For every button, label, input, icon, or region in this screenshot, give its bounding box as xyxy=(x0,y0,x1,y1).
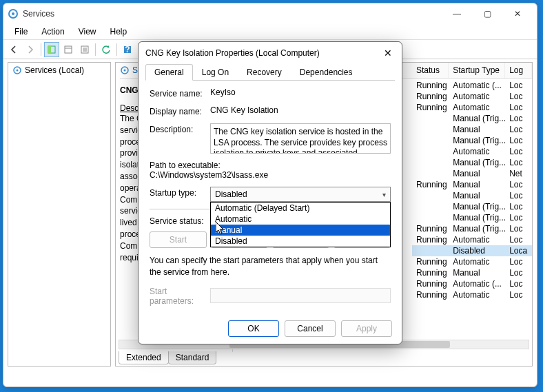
cell-logon: Loc xyxy=(505,102,532,113)
cell-logon: Loc xyxy=(505,80,532,91)
startup-option[interactable]: Automatic (Delayed Start) xyxy=(211,203,390,214)
menu-view[interactable]: View xyxy=(73,25,102,38)
startup-type-label: Startup type: xyxy=(150,187,210,198)
cell-startup: Manual (Trig... xyxy=(449,157,505,168)
cell-logon: Loc xyxy=(505,157,532,168)
cell-status xyxy=(412,245,449,256)
export-button[interactable] xyxy=(77,42,92,57)
refresh-button[interactable] xyxy=(99,42,114,57)
cell-logon: Loc xyxy=(505,91,532,102)
services-icon xyxy=(8,8,19,19)
tab-recovery[interactable]: Recovery xyxy=(238,64,291,81)
description-box[interactable]: The CNG key isolation service is hosted … xyxy=(210,123,391,154)
start-button[interactable]: Start xyxy=(150,231,207,248)
cell-status: Running xyxy=(412,234,449,245)
col-startup[interactable]: Startup Type xyxy=(449,63,505,78)
tree-root-item[interactable]: Services (Local) xyxy=(8,63,110,78)
cell-startup: Manual xyxy=(449,190,505,201)
maximize-button[interactable]: ▢ xyxy=(472,4,502,23)
startup-option[interactable]: Disabled xyxy=(211,236,390,247)
properties-button[interactable] xyxy=(61,42,76,57)
cell-status xyxy=(412,157,449,168)
cell-startup: Automatic xyxy=(449,146,505,157)
startup-option[interactable]: Manual xyxy=(211,225,390,236)
cell-startup: Automatic xyxy=(449,91,505,102)
start-params-label: Start parameters: xyxy=(150,285,210,306)
cell-startup: Manual xyxy=(449,267,505,278)
start-params-input xyxy=(210,288,391,303)
tab-logon[interactable]: Log On xyxy=(193,64,238,81)
menu-action[interactable]: Action xyxy=(36,25,70,38)
startup-option[interactable]: Automatic xyxy=(211,214,390,225)
tab-extended[interactable]: Extended xyxy=(119,351,169,364)
svg-point-19 xyxy=(124,70,126,72)
svg-text:?: ? xyxy=(125,45,130,54)
show-hide-button[interactable] xyxy=(44,42,59,57)
minimize-button[interactable]: — xyxy=(442,4,472,23)
display-name-label: Display name: xyxy=(150,105,210,116)
cell-startup: Manual xyxy=(449,179,505,190)
description-label: Description: xyxy=(150,123,210,134)
cell-status: Running xyxy=(412,102,449,113)
cell-logon: Loc xyxy=(505,278,532,289)
cell-startup: Automatic (... xyxy=(449,80,505,91)
cell-status xyxy=(412,113,449,124)
path-value: C:\Windows\system32\lsass.exe xyxy=(150,170,391,180)
tab-dependencies[interactable]: Dependencies xyxy=(291,64,362,81)
svg-point-1 xyxy=(12,12,14,15)
ok-button[interactable]: OK xyxy=(228,320,279,337)
help-button[interactable]: ? xyxy=(120,42,135,57)
svg-rect-3 xyxy=(48,46,51,53)
cell-logon: Loca xyxy=(505,245,532,256)
cell-startup: Manual (Trig... xyxy=(449,135,505,146)
cell-logon: Loc xyxy=(505,190,532,201)
cell-status: Running xyxy=(412,80,449,91)
cell-status xyxy=(412,212,449,223)
cell-startup: Manual (Trig... xyxy=(449,223,505,234)
cell-status: Running xyxy=(412,179,449,190)
cell-logon: Loc xyxy=(505,179,532,190)
properties-dialog: CNG Key Isolation Properties (Local Comp… xyxy=(138,41,402,344)
cell-logon: Loc xyxy=(505,289,532,300)
params-note: You can specify the start parameters tha… xyxy=(150,255,391,278)
chevron-down-icon: ▾ xyxy=(382,191,386,198)
menu-file[interactable]: File xyxy=(9,25,33,38)
dialog-close-button[interactable]: ✕ xyxy=(381,46,395,60)
cell-startup: Manual (Trig... xyxy=(449,212,505,223)
tree-root-label: Services (Local) xyxy=(25,65,84,75)
service-name-label: Service name: xyxy=(150,87,210,99)
tab-general[interactable]: General xyxy=(145,64,193,81)
services-tree-icon xyxy=(12,65,22,75)
col-logon[interactable]: Log xyxy=(505,63,532,78)
cancel-button[interactable]: Cancel xyxy=(285,320,336,337)
cell-startup: Automatic (... xyxy=(449,278,505,289)
cell-status xyxy=(412,146,449,157)
titlebar: Services — ▢ ✕ xyxy=(3,3,537,24)
cell-status xyxy=(412,201,449,212)
cell-status: Running xyxy=(412,256,449,267)
dialog-title: CNG Key Isolation Properties (Local Comp… xyxy=(145,48,381,58)
back-button[interactable] xyxy=(6,42,21,57)
cell-startup: Manual (Trig... xyxy=(449,113,505,124)
close-button[interactable]: ✕ xyxy=(502,4,533,23)
cell-startup: Automatic xyxy=(449,102,505,113)
startup-selected-value: Disabled xyxy=(215,189,247,199)
menubar: File Action View Help xyxy=(3,24,537,40)
menu-help[interactable]: Help xyxy=(105,25,133,38)
startup-dropdown[interactable]: Automatic (Delayed Start)AutomaticManual… xyxy=(210,202,391,247)
apply-button[interactable]: Apply xyxy=(341,320,392,337)
tab-standard[interactable]: Standard xyxy=(168,351,217,364)
startup-type-select[interactable]: Disabled ▾ xyxy=(210,187,391,202)
service-name-value: KeyIso xyxy=(210,87,391,97)
cell-logon: Loc xyxy=(505,256,532,267)
window-title: Services xyxy=(23,9,442,19)
col-status[interactable]: Status xyxy=(412,63,449,78)
cell-startup: Disabled xyxy=(449,245,505,256)
cell-startup: Automatic xyxy=(449,256,505,267)
forward-button[interactable] xyxy=(23,42,38,57)
cell-logon: Net xyxy=(505,168,532,179)
cell-logon: Loc xyxy=(505,146,532,157)
cell-startup: Manual xyxy=(449,124,505,135)
cell-startup: Automatic xyxy=(449,234,505,245)
cell-status: Running xyxy=(412,91,449,102)
